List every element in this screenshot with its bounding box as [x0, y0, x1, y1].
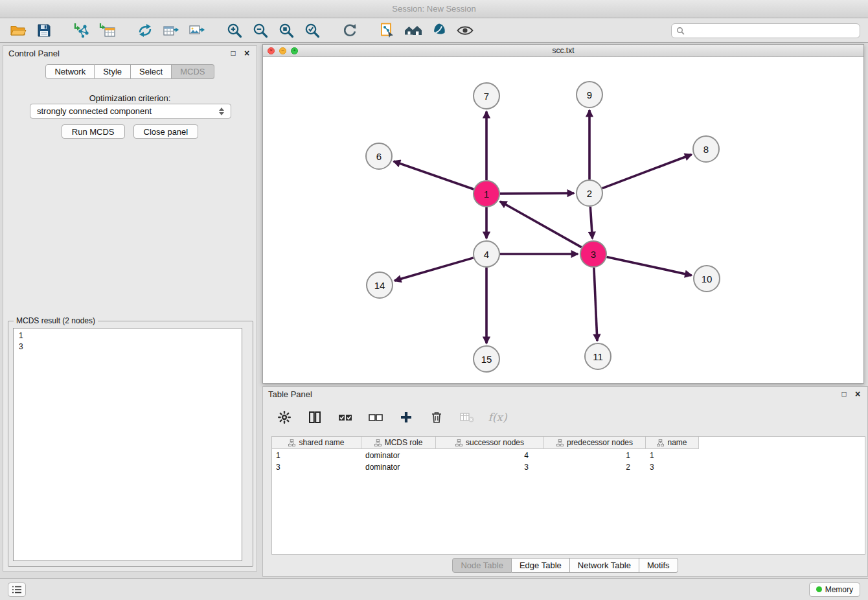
- network-graph-canvas[interactable]: 7968124314101511: [263, 57, 863, 383]
- graph-edge-3-10[interactable]: [607, 257, 692, 275]
- first-neighbors-button[interactable]: [403, 21, 424, 40]
- status-bar: Memory: [0, 578, 868, 600]
- refresh-button[interactable]: [339, 21, 360, 40]
- show-hide-button[interactable]: [455, 21, 475, 40]
- zoom-fit-button[interactable]: [276, 21, 297, 40]
- graph-node-label: 4: [484, 249, 489, 260]
- save-session-button[interactable]: [34, 21, 54, 40]
- refresh-icon: [341, 22, 358, 39]
- export-network-button[interactable]: [135, 21, 155, 40]
- graph-node-14[interactable]: 14: [367, 272, 393, 298]
- table-cell[interactable]: 1: [272, 450, 361, 461]
- export-table-button[interactable]: [161, 21, 181, 40]
- task-history-button[interactable]: [8, 583, 26, 597]
- graph-node-7[interactable]: 7: [474, 83, 499, 109]
- float-table-panel-icon[interactable]: □: [839, 389, 849, 398]
- tab-motifs[interactable]: Motifs: [639, 558, 678, 573]
- table-cell[interactable]: dominator: [361, 462, 436, 472]
- window-minimize-traffic-light[interactable]: −: [279, 47, 286, 54]
- tab-node-table[interactable]: Node Table: [452, 558, 512, 573]
- column-header-name[interactable]: name: [646, 437, 699, 449]
- mcds-result-text-area[interactable]: 13: [13, 328, 242, 561]
- show-columns-button[interactable]: [306, 409, 323, 426]
- tab-edge-table[interactable]: Edge Table: [512, 558, 570, 573]
- optimization-criterion-label: Optimization criterion:: [3, 93, 257, 103]
- column-header-MCDS-role[interactable]: MCDS role: [361, 437, 436, 449]
- graph-edge-3-1[interactable]: [500, 202, 582, 248]
- graph-node-4[interactable]: 4: [474, 241, 499, 267]
- table-cell[interactable]: 3: [646, 462, 699, 472]
- tab-select[interactable]: Select: [131, 64, 172, 79]
- graph-node-8[interactable]: 8: [693, 136, 719, 162]
- memory-button[interactable]: Memory: [809, 583, 860, 597]
- graph-edge-3-11[interactable]: [594, 268, 597, 341]
- import-network-button[interactable]: [71, 21, 92, 40]
- zoom-selected-button[interactable]: [302, 21, 323, 40]
- create-column-button[interactable]: [398, 409, 415, 426]
- table-row[interactable]: 1dominator411: [272, 450, 865, 461]
- run-mcds-button[interactable]: Run MCDS: [62, 124, 125, 139]
- graph-node-6[interactable]: 6: [366, 143, 392, 169]
- close-panel-icon[interactable]: ×: [242, 49, 251, 58]
- delete-table-icon: [460, 411, 474, 423]
- zoom-in-button[interactable]: [224, 21, 245, 40]
- table-cell[interactable]: 2: [544, 462, 646, 472]
- graph-node-10[interactable]: 10: [694, 266, 720, 292]
- close-panel-button[interactable]: Close panel: [133, 124, 199, 139]
- graph-edge-1-6[interactable]: [394, 161, 474, 189]
- graph-node-2[interactable]: 2: [577, 180, 602, 206]
- close-table-panel-icon[interactable]: ×: [853, 389, 862, 398]
- export-table-icon: [163, 22, 179, 39]
- control-panel-title: Control Panel: [8, 49, 60, 58]
- graph-node-15[interactable]: 15: [474, 346, 499, 372]
- column-header-label: name: [667, 438, 687, 447]
- graph-node-label: 10: [702, 273, 713, 284]
- graph-edge-2-3[interactable]: [590, 207, 592, 238]
- network-snapshot-button[interactable]: [377, 21, 398, 40]
- float-panel-icon[interactable]: □: [229, 49, 238, 58]
- delete-table-button[interactable]: [459, 409, 475, 426]
- table-row[interactable]: 3dominator323: [272, 462, 865, 472]
- app-window: Session: New Session: [0, 0, 868, 600]
- window-zoom-traffic-light[interactable]: +: [291, 47, 298, 54]
- optimization-dropdown[interactable]: strongly connected component: [30, 104, 231, 119]
- graph-node-label: 8: [703, 144, 709, 155]
- zoom-out-button[interactable]: [250, 21, 271, 40]
- tab-network-table[interactable]: Network Table: [570, 558, 639, 573]
- unselect-all-columns-button[interactable]: [367, 409, 384, 426]
- graph-edge-2-8[interactable]: [602, 154, 692, 188]
- table-cell[interactable]: 3: [436, 462, 544, 472]
- column-header-predecessor-nodes[interactable]: predecessor nodes: [544, 437, 646, 449]
- tab-mcds[interactable]: MCDS: [172, 64, 214, 79]
- window-close-traffic-light[interactable]: ×: [268, 47, 275, 54]
- column-header-shared-name[interactable]: shared name: [272, 437, 361, 449]
- graph-node-1[interactable]: 1: [474, 181, 499, 207]
- column-tree-icon: [374, 439, 382, 446]
- search-input[interactable]: [688, 26, 855, 35]
- search-box[interactable]: [671, 23, 860, 38]
- graph-edge-4-14[interactable]: [394, 258, 474, 281]
- import-table-button[interactable]: [97, 21, 118, 40]
- delete-columns-button[interactable]: [428, 409, 445, 426]
- window-title: Session: New Session: [392, 4, 475, 14]
- table-settings-button[interactable]: [276, 409, 293, 426]
- column-header-successor-nodes[interactable]: successor nodes: [436, 437, 544, 449]
- table-cell[interactable]: 4: [436, 450, 544, 461]
- tab-network[interactable]: Network: [45, 64, 95, 79]
- export-image-button[interactable]: [187, 21, 207, 40]
- graph-node-9[interactable]: 9: [577, 82, 602, 108]
- table-cell[interactable]: dominator: [361, 450, 436, 461]
- select-all-columns-button[interactable]: [337, 409, 354, 426]
- style-button[interactable]: [429, 21, 450, 40]
- graph-edge-1-2[interactable]: [500, 193, 574, 194]
- tab-style[interactable]: Style: [95, 64, 131, 79]
- function-builder-button[interactable]: f(x): [489, 409, 506, 426]
- open-session-button[interactable]: [8, 21, 29, 40]
- graph-node-3[interactable]: 3: [580, 241, 606, 267]
- table-cell[interactable]: 3: [272, 462, 361, 472]
- graph-node-11[interactable]: 11: [585, 343, 611, 369]
- graph-node-label: 2: [587, 188, 592, 199]
- table-cell[interactable]: 1: [646, 450, 699, 461]
- table-cell[interactable]: 1: [544, 450, 646, 461]
- mcds-action-buttons: Run MCDS Close panel: [3, 124, 257, 139]
